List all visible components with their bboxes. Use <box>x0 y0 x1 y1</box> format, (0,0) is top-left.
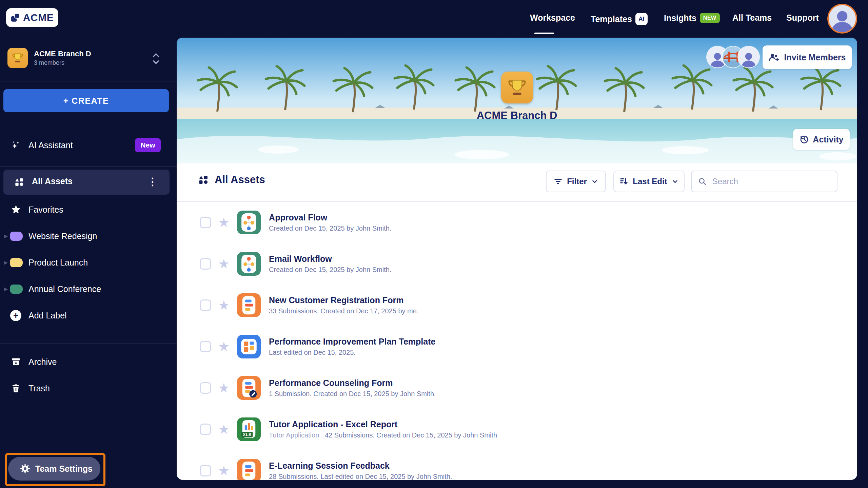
row-checkbox[interactable] <box>200 382 211 394</box>
favorite-star-icon[interactable]: ★ <box>218 464 230 477</box>
sidebar-label-product-launch[interactable]: ▸ Product Launch <box>0 253 177 272</box>
asset-title[interactable]: E-Learning Session Feedback <box>269 461 452 471</box>
nav-templates[interactable]: Templates AI <box>591 13 648 25</box>
row-checkbox[interactable] <box>200 299 211 311</box>
filter-icon <box>553 177 563 186</box>
sidebar-label-website-redesign[interactable]: ▸ Website Redesign <box>0 227 177 246</box>
invite-members-button[interactable]: Invite Members <box>763 45 852 69</box>
label-tag-icon <box>10 285 23 294</box>
sidebar-item-label: Add Label <box>28 311 67 320</box>
expand-caret-icon[interactable]: ▸ <box>4 285 8 293</box>
asset-row[interactable]: ★ New Customer Registration Form 33 Subm… <box>177 285 857 326</box>
favorite-star-icon[interactable]: ★ <box>218 257 230 270</box>
row-checkbox[interactable] <box>200 341 211 352</box>
annotation-highlight: Team Settings <box>5 453 105 486</box>
asset-title[interactable]: New Customer Registration Form <box>269 295 418 305</box>
asset-row[interactable]: ★ Performance Counseling Form 1 Submissi… <box>177 367 857 409</box>
app-window: ACME Workspace Templates AI Insights NEW… <box>0 0 868 488</box>
sidebar-item-all-assets[interactable]: All Assets ⋮ <box>3 170 170 195</box>
asset-title[interactable]: Performance Improvement Plan Template <box>269 336 435 347</box>
sidebar-item-archive[interactable]: Archive <box>0 352 177 371</box>
divider <box>0 344 177 344</box>
team-settings-button[interactable]: Team Settings <box>8 457 100 481</box>
asset-row[interactable]: ★ XLS Tutor Application - Excel Report T… <box>177 409 857 450</box>
sidebar-item-favorites[interactable]: Favorites <box>0 200 177 219</box>
sort-button[interactable]: Last Edit <box>613 171 685 192</box>
expand-caret-icon[interactable]: ▸ <box>4 258 8 267</box>
asset-title[interactable]: Approval Flow <box>269 212 391 222</box>
row-checkbox[interactable] <box>200 424 211 435</box>
svg-text:XLS: XLS <box>243 432 252 437</box>
new-badge: New <box>135 138 161 152</box>
star-icon <box>11 204 21 215</box>
asset-subtitle: Tutor Application . 42 Submissions. Crea… <box>269 431 497 440</box>
asset-row[interactable]: ★ Email Workflow Created on Dec 15, 2025… <box>177 243 857 285</box>
asset-row[interactable]: ★ E-Learning Session Feedback 28 Submiss… <box>177 450 857 480</box>
activity-label: Activity <box>813 135 843 144</box>
create-button[interactable]: + CREATE <box>3 89 169 112</box>
divider <box>0 122 177 122</box>
asset-subtitle: 33 Submissions. Created on Dec 17, 2025 … <box>269 307 418 315</box>
team-trophy-icon <box>501 72 533 103</box>
sidebar-item-trash[interactable]: Trash <box>0 379 177 398</box>
acme-logo[interactable]: ACME <box>6 8 58 27</box>
row-checkbox[interactable] <box>200 217 211 228</box>
nav-support[interactable]: Support <box>786 13 819 23</box>
favorite-star-icon[interactable]: ★ <box>218 216 230 229</box>
favorite-star-icon[interactable]: ★ <box>218 299 230 312</box>
asset-subtitle: 1 Submission. Created on Dec 15, 2025 by… <box>269 389 436 398</box>
sparkles-icon <box>11 140 21 150</box>
favorite-star-icon[interactable]: ★ <box>218 423 230 436</box>
excel-icon: XLS <box>237 417 261 441</box>
search-box[interactable] <box>691 171 837 192</box>
archive-icon <box>11 357 21 367</box>
team-switcher[interactable]: ACME Branch D 3 members <box>7 47 167 69</box>
member-avatar-stack[interactable] <box>707 46 759 67</box>
asset-row[interactable]: ★ Performance Improvement Plan Template … <box>177 326 857 367</box>
filter-button[interactable]: Filter <box>546 171 606 192</box>
workflow-icon <box>237 211 261 234</box>
team-name: ACME Branch D <box>34 49 91 59</box>
asset-subtitle: Created on Dec 15, 2025 by John Smith. <box>269 224 391 233</box>
favorite-star-icon[interactable]: ★ <box>218 382 230 394</box>
divider <box>0 166 177 167</box>
form-sign-icon <box>237 376 261 400</box>
board-icon <box>237 335 261 358</box>
sidebar-item-label: Favorites <box>28 205 63 215</box>
asset-subtitle: 28 Submissions. Last edited on Dec 15, 2… <box>269 472 452 480</box>
team-switcher-chevrons-icon[interactable] <box>151 51 161 68</box>
expand-caret-icon[interactable]: ▸ <box>4 232 8 240</box>
nav-insights[interactable]: Insights NEW <box>664 13 720 23</box>
row-checkbox[interactable] <box>200 258 211 270</box>
sidebar-item-ai-assistant[interactable]: AI Assistant New <box>0 136 177 155</box>
acme-logo-icon <box>11 13 20 22</box>
sidebar-label-annual-conference[interactable]: ▸ Annual Conference <box>0 279 177 298</box>
invite-members-label: Invite Members <box>784 53 846 62</box>
main-panel: ACME Branch D <box>177 38 857 480</box>
assets-toolbar: All Assets Filter Last Edit <box>177 163 857 202</box>
sidebar-item-add-label[interactable]: + Add Label <box>0 306 177 325</box>
chevron-down-icon <box>671 178 679 185</box>
asset-list: ★ Approval Flow Created on Dec 15, 2025 … <box>177 202 857 480</box>
page-title: All Assets <box>215 174 265 186</box>
nav-workspace[interactable]: Workspace <box>530 13 575 23</box>
team-settings-label: Team Settings <box>35 464 93 474</box>
asset-title[interactable]: Email Workflow <box>269 254 391 264</box>
nav-all-teams[interactable]: All Teams <box>732 13 772 23</box>
row-checkbox[interactable] <box>200 465 211 476</box>
asset-subtitle: Created on Dec 15, 2025 by John Smith. <box>269 265 391 274</box>
activity-button[interactable]: Activity <box>793 129 850 150</box>
trash-icon <box>11 383 21 393</box>
label-name: Annual Conference <box>28 284 101 294</box>
asset-row[interactable]: ★ Approval Flow Created on Dec 15, 2025 … <box>177 202 857 243</box>
team-avatar-trophy-icon <box>7 48 28 68</box>
favorite-star-icon[interactable]: ★ <box>218 340 230 353</box>
user-avatar[interactable] <box>827 4 857 34</box>
all-assets-menu-icon[interactable]: ⋮ <box>147 176 158 188</box>
label-name: Product Launch <box>28 258 88 268</box>
asset-title[interactable]: Performance Counseling Form <box>269 378 436 388</box>
sidebar-item-label: Trash <box>28 384 50 393</box>
sidebar-item-label: AI Assistant <box>28 140 73 150</box>
search-input[interactable] <box>712 176 831 187</box>
asset-title[interactable]: Tutor Application - Excel Report <box>269 419 497 429</box>
